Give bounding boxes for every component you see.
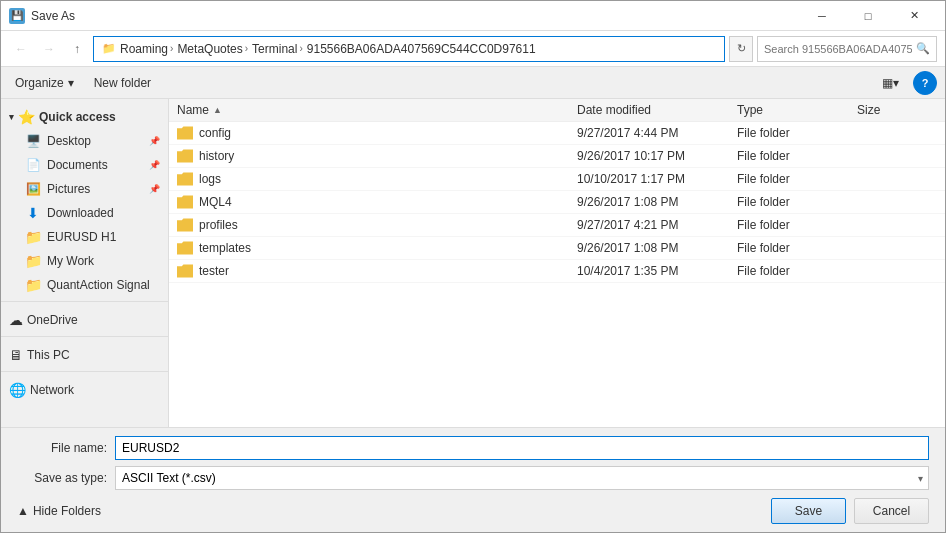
forward-button[interactable]: → xyxy=(37,37,61,61)
file-type: File folder xyxy=(737,195,857,209)
main-content: ▾ ⭐ Quick access 🖥️ Desktop 📌 📄 Document… xyxy=(1,99,945,427)
view-icon: ▦▾ xyxy=(882,76,899,90)
pin-icon-pictures: 📌 xyxy=(149,184,160,194)
new-folder-button[interactable]: New folder xyxy=(88,71,157,95)
organize-button[interactable]: Organize ▾ xyxy=(9,71,80,95)
file-name-cell: config xyxy=(177,125,577,141)
file-date: 9/26/2017 1:08 PM xyxy=(577,241,737,255)
up-button[interactable]: ↑ xyxy=(65,37,89,61)
folder-icon xyxy=(177,171,193,187)
hide-folders-button[interactable]: ▲ Hide Folders xyxy=(17,504,101,518)
sidebar-item-desktop[interactable]: 🖥️ Desktop 📌 xyxy=(1,129,168,153)
back-button[interactable]: ← xyxy=(9,37,33,61)
col-name-label: Name xyxy=(177,103,209,117)
file-type: File folder xyxy=(737,241,857,255)
file-type: File folder xyxy=(737,218,857,232)
network-icon: 🌐 xyxy=(9,382,26,398)
mywork-label: My Work xyxy=(47,254,94,268)
sidebar-item-onedrive[interactable]: ☁ OneDrive xyxy=(1,306,168,332)
file-name-cell: templates xyxy=(177,240,577,256)
sort-arrow-name: ▲ xyxy=(213,105,222,115)
sidebar-item-network[interactable]: 🌐 Network xyxy=(1,376,168,402)
downloaded-label: Downloaded xyxy=(47,206,114,220)
organize-chevron: ▾ xyxy=(68,76,74,90)
dialog-icon: 💾 xyxy=(9,8,25,24)
dialog-title: Save As xyxy=(31,9,799,23)
search-input[interactable] xyxy=(764,43,912,55)
sidebar: ▾ ⭐ Quick access 🖥️ Desktop 📌 📄 Document… xyxy=(1,99,169,427)
address-path[interactable]: 📁 Roaming › MetaQuotes › Terminal › 9155… xyxy=(93,36,725,62)
pictures-icon: 🖼️ xyxy=(25,181,41,197)
file-name-cell: MQL4 xyxy=(177,194,577,210)
table-row[interactable]: MQL4 9/26/2017 1:08 PM File folder xyxy=(169,191,945,214)
pictures-label: Pictures xyxy=(47,182,90,196)
filename-row: File name: xyxy=(17,436,929,460)
sidebar-item-eurusd[interactable]: 📁 EURUSD H1 xyxy=(1,225,168,249)
view-button[interactable]: ▦▾ xyxy=(876,71,905,95)
table-row[interactable]: logs 10/10/2017 1:17 PM File folder xyxy=(169,168,945,191)
sidebar-item-quantaction[interactable]: 📁 QuantAction Signal xyxy=(1,273,168,297)
save-button[interactable]: Save xyxy=(771,498,846,524)
table-row[interactable]: history 9/26/2017 10:17 PM File folder xyxy=(169,145,945,168)
search-icon: 🔍 xyxy=(916,42,930,55)
filename-label: File name: xyxy=(17,441,107,455)
file-name: logs xyxy=(199,172,221,186)
file-type: File folder xyxy=(737,126,857,140)
sidebar-item-pictures[interactable]: 🖼️ Pictures 📌 xyxy=(1,177,168,201)
search-box[interactable]: 🔍 xyxy=(757,36,937,62)
eurusd-icon: 📁 xyxy=(25,229,41,245)
minimize-button[interactable]: ─ xyxy=(799,1,845,31)
file-type: File folder xyxy=(737,149,857,163)
thispc-label: This PC xyxy=(27,348,70,362)
sidebar-item-documents[interactable]: 📄 Documents 📌 xyxy=(1,153,168,177)
path-metaquotes: MetaQuotes › xyxy=(177,42,248,56)
pin-icon-documents: 📌 xyxy=(149,160,160,170)
sidebar-divider-1 xyxy=(1,301,168,302)
buttons-row: ▲ Hide Folders Save Cancel xyxy=(17,496,929,524)
maximize-button[interactable]: □ xyxy=(845,1,891,31)
file-name-cell: history xyxy=(177,148,577,164)
filename-input[interactable] xyxy=(115,436,929,460)
path-folder-icon: 📁 xyxy=(102,42,116,55)
quantaction-icon: 📁 xyxy=(25,277,41,293)
hide-folders-label: Hide Folders xyxy=(33,504,101,518)
col-size-label: Size xyxy=(857,103,880,117)
table-row[interactable]: config 9/27/2017 4:44 PM File folder xyxy=(169,122,945,145)
sidebar-item-downloaded[interactable]: ⬇ Downloaded xyxy=(1,201,168,225)
col-header-size[interactable]: Size xyxy=(857,103,937,117)
address-bar: ← → ↑ 📁 Roaming › MetaQuotes › Terminal … xyxy=(1,31,945,67)
eurusd-label: EURUSD H1 xyxy=(47,230,116,244)
save-as-dialog: 💾 Save As ─ □ ✕ ← → ↑ 📁 Roaming › MetaQu… xyxy=(0,0,946,533)
col-header-date[interactable]: Date modified xyxy=(577,103,737,117)
close-button[interactable]: ✕ xyxy=(891,1,937,31)
new-folder-label: New folder xyxy=(94,76,151,90)
refresh-button[interactable]: ↻ xyxy=(729,36,753,62)
file-list: Name ▲ Date modified Type Size config xyxy=(169,99,945,427)
savetype-row: Save as type: ASCII Text (*.csv)CSV (*.c… xyxy=(17,466,929,490)
path-roaming: Roaming › xyxy=(120,42,173,56)
file-name: history xyxy=(199,149,234,163)
col-header-type[interactable]: Type xyxy=(737,103,857,117)
pin-icon-desktop: 📌 xyxy=(149,136,160,146)
col-header-name[interactable]: Name ▲ xyxy=(177,103,577,117)
title-bar-controls: ─ □ ✕ xyxy=(799,1,937,31)
quick-access-label: Quick access xyxy=(39,110,116,124)
table-row[interactable]: profiles 9/27/2017 4:21 PM File folder xyxy=(169,214,945,237)
organize-label: Organize xyxy=(15,76,64,90)
mywork-icon: 📁 xyxy=(25,253,41,269)
table-row[interactable]: templates 9/26/2017 1:08 PM File folder xyxy=(169,237,945,260)
file-name-cell: profiles xyxy=(177,217,577,233)
desktop-label: Desktop xyxy=(47,134,91,148)
sidebar-item-thispc[interactable]: 🖥 This PC xyxy=(1,341,168,367)
folder-icon xyxy=(177,217,193,233)
file-date: 9/27/2017 4:21 PM xyxy=(577,218,737,232)
file-name: config xyxy=(199,126,231,140)
cancel-button[interactable]: Cancel xyxy=(854,498,929,524)
sidebar-item-mywork[interactable]: 📁 My Work xyxy=(1,249,168,273)
savetype-select[interactable]: ASCII Text (*.csv)CSV (*.csv)Excel (*.xl… xyxy=(115,466,929,490)
help-button[interactable]: ? xyxy=(913,71,937,95)
table-row[interactable]: tester 10/4/2017 1:35 PM File folder xyxy=(169,260,945,283)
desktop-icon: 🖥️ xyxy=(25,133,41,149)
quick-access-header[interactable]: ▾ ⭐ Quick access xyxy=(1,103,168,129)
file-date: 9/26/2017 1:08 PM xyxy=(577,195,737,209)
